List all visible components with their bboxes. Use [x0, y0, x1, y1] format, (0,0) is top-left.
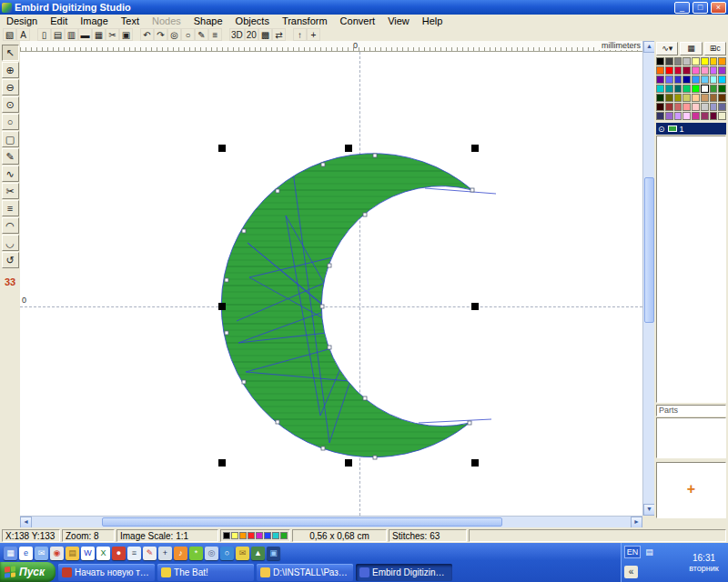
selection-handle[interactable] [471, 303, 479, 310]
task-button-1[interactable]: The Bat! [157, 564, 254, 581]
globe-icon[interactable]: ○ [220, 547, 234, 560]
palette-swatch-14[interactable] [710, 66, 718, 75]
winamp-icon[interactable]: ♪ [174, 547, 187, 560]
palette-swatch-18[interactable] [674, 75, 682, 84]
folder-icon[interactable]: ▤ [66, 547, 79, 560]
toolbar-select-tool[interactable]: ▧ [3, 28, 16, 41]
vertical-scroll-thumb[interactable] [644, 177, 654, 323]
palette-swatch-12[interactable] [692, 66, 700, 75]
toolbar-cut[interactable]: ✂ [106, 28, 119, 41]
curve-tool[interactable]: ∿ [2, 166, 19, 182]
rectangle-tool[interactable]: ▢ [2, 131, 19, 147]
palette-swatch-50[interactable] [674, 112, 682, 120]
toolbar-add-object[interactable]: + [307, 28, 320, 41]
curve-node[interactable] [320, 305, 324, 308]
selection-handle[interactable] [471, 145, 479, 152]
palette-swatch-13[interactable] [701, 66, 709, 75]
palette-swatch-54[interactable] [710, 112, 718, 120]
palette-swatch-51[interactable] [682, 112, 691, 120]
palette-swatch-17[interactable] [665, 75, 673, 84]
design-object-crescent[interactable] [20, 52, 642, 516]
toolbar-import[interactable]: ▥ [65, 28, 78, 41]
palette-swatch-22[interactable] [710, 75, 718, 84]
palette-swatch-33[interactable] [665, 94, 673, 102]
palette-swatch-15[interactable] [718, 66, 726, 75]
curve-node[interactable] [242, 229, 246, 233]
toolbar-save[interactable]: ▬ [78, 28, 92, 41]
curve-node[interactable] [373, 456, 377, 459]
tray-chevron-button[interactable]: « [624, 566, 638, 578]
palette-config-button[interactable]: ⊞c [704, 42, 726, 55]
palette-swatch-44[interactable] [692, 103, 700, 111]
toolbar-move-up[interactable]: ↑ [293, 28, 307, 41]
zoom-out-tool[interactable]: ⊖ [2, 79, 19, 95]
show-desktop-icon[interactable]: ▦ [4, 547, 17, 560]
parts-list[interactable] [656, 417, 726, 458]
pointer-tool[interactable]: ↖ [2, 45, 19, 61]
notepad-icon[interactable]: ≡ [127, 547, 141, 560]
toolbar-grid-20[interactable]: 20 [245, 28, 258, 41]
menu-item-image[interactable]: Image [74, 15, 115, 26]
shield-icon[interactable]: ▲ [251, 547, 265, 560]
toolbar-redo[interactable]: ↷ [154, 28, 167, 41]
palette-swatch-27[interactable] [682, 85, 691, 93]
arc-up-tool[interactable]: ◠ [2, 217, 19, 234]
menu-item-nodes[interactable]: Nodes [146, 15, 187, 26]
palette-swatch-1[interactable] [665, 57, 673, 65]
toolbar-text-tool[interactable]: A [16, 28, 30, 41]
fill-style-button[interactable]: ▦ [680, 42, 702, 55]
curve-node[interactable] [242, 380, 246, 384]
toolbar-undo[interactable]: ↶ [140, 28, 154, 41]
palette-swatch-31[interactable] [718, 85, 726, 93]
red-app-icon[interactable]: ● [112, 547, 126, 560]
toolbar-open-design[interactable]: ▤ [51, 28, 65, 41]
palette-swatch-3[interactable] [682, 57, 691, 65]
visibility-icon[interactable]: ⊙ [658, 125, 665, 134]
arc-down-tool[interactable]: ◡ [2, 235, 19, 251]
selection-handle[interactable] [218, 145, 226, 152]
toolbar-freehand-mode[interactable]: ✎ [195, 28, 208, 41]
language-indicator[interactable]: EN [624, 546, 641, 558]
palette-swatch-21[interactable] [701, 75, 709, 84]
palette-swatch-29[interactable] [701, 85, 709, 93]
toolbar-stitch-list[interactable]: ≡ [208, 28, 222, 41]
horizontal-scrollbar[interactable]: ◄ ► [20, 516, 642, 527]
palette-swatch-2[interactable] [674, 57, 682, 65]
palette-swatch-26[interactable] [674, 85, 682, 93]
tv-icon[interactable]: ▣ [267, 547, 280, 560]
menu-item-convert[interactable]: Convert [334, 15, 382, 26]
menu-item-view[interactable]: View [381, 15, 416, 26]
curve-node[interactable] [373, 154, 377, 157]
palette-swatch-42[interactable] [674, 103, 682, 111]
horizontal-scroll-thumb[interactable] [102, 517, 502, 527]
word-icon[interactable]: W [81, 547, 95, 560]
palette-swatch-47[interactable] [718, 103, 726, 111]
maximize-button[interactable]: □ [693, 2, 708, 14]
zoom-area-tool[interactable]: ⊙ [2, 96, 19, 113]
start-button[interactable]: Пуск [0, 562, 56, 582]
curve-node[interactable] [225, 331, 228, 335]
toolbar-nodes-mode[interactable]: ◎ [167, 28, 181, 41]
minimize-button[interactable]: _ [674, 2, 690, 14]
freehand-tool[interactable]: ✎ [2, 148, 19, 165]
ellipse-tool[interactable]: ○ [2, 114, 19, 130]
menu-item-objects[interactable]: Objects [229, 15, 276, 26]
palette-swatch-20[interactable] [692, 75, 700, 84]
palette-swatch-23[interactable] [718, 75, 726, 84]
palette-swatch-48[interactable] [656, 112, 664, 120]
vertical-scrollbar[interactable]: ▲ ▼ [642, 41, 654, 516]
rotate-tool[interactable]: ↺ [2, 252, 19, 268]
palette-swatch-30[interactable] [710, 85, 718, 93]
selection-handle[interactable] [471, 459, 479, 467]
excel-icon[interactable]: X [96, 547, 110, 560]
toolbar-copy[interactable]: ▣ [119, 28, 133, 41]
toolbar-view-3d[interactable]: 3D [229, 28, 245, 41]
menu-item-text[interactable]: Text [115, 15, 146, 26]
mail-icon[interactable]: ✉ [35, 547, 48, 560]
internet-explorer-icon[interactable]: e [19, 547, 33, 560]
palette-swatch-34[interactable] [674, 94, 682, 102]
palette-swatch-37[interactable] [701, 94, 709, 102]
task-button-3[interactable]: Embird Digitizing Stud... [356, 564, 452, 581]
curve-node[interactable] [225, 278, 228, 282]
mail2-icon[interactable]: ✉ [236, 547, 249, 560]
